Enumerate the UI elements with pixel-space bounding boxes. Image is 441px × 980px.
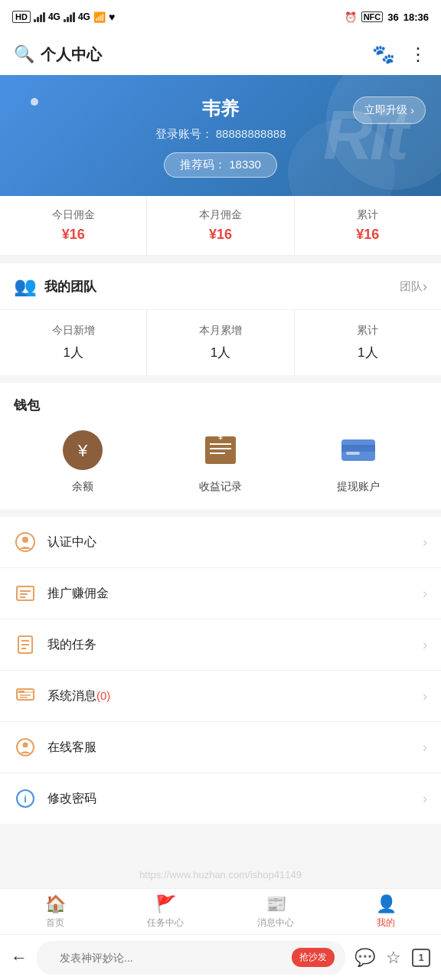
page-title: 个人中心 [41,44,102,65]
signal-bars-4g [34,11,45,22]
bottom-nav: 🏠 首页 🚩 任务中心 📰 消息中心 👤 我的 [0,888,441,934]
promote-arrow-icon: › [423,586,427,602]
header-left[interactable]: 🔍 个人中心 [14,44,102,65]
team-today-value: 1人 [6,344,140,361]
team-total: 累计 1人 [295,310,441,375]
status-right: ⏰ NFC 36 18:36 [345,11,429,23]
nav-messages[interactable]: 📰 消息中心 [220,889,331,934]
team-today: 今日新增 1人 [0,310,147,375]
pet-icon[interactable]: 🐾 [372,44,395,65]
wallet-grid: ¥ 余额 ¥ 收益记录 [14,428,427,501]
4g-label: 4G [48,11,60,22]
team-icon: 👥 [14,276,37,297]
quick-post-button[interactable]: 抢沙发 [292,948,335,967]
team-link[interactable]: 团队 › [400,279,427,295]
back-button[interactable]: ← [11,948,28,968]
team-month: 本月累增 1人 [147,310,294,375]
home-icon: 🏠 [45,894,66,914]
more-icon[interactable]: ⋮ [409,44,427,65]
menu-item-certification[interactable]: 认证中心 › [0,517,441,568]
referral-badge: 推荐码： 18330 [164,152,277,178]
password-icon: i [14,787,37,810]
menu-item-tasks[interactable]: 我的任务 › [0,619,441,671]
star-icon[interactable]: ☆ [386,948,401,968]
stat-total-value: ¥16 [301,227,435,243]
certification-text: 认证中心 [47,534,423,550]
messages-nav-icon: 📰 [266,894,286,914]
team-total-label: 累计 [301,324,435,338]
menu-item-messages[interactable]: 系统消息(0) › [0,671,441,722]
upgrade-button[interactable]: 立即升级 › [353,96,426,124]
team-title-text: 我的团队 [44,278,96,296]
wallet-title: 钱包 [14,397,427,414]
bottom-actions: 💬 ☆ 1 [354,948,430,968]
alarm-icon: ⏰ [345,11,357,23]
svg-rect-8 [341,446,375,452]
support-text: 在线客服 [47,740,423,756]
certification-icon [14,531,37,554]
team-link-text: 团队 [400,279,423,294]
wallet-section: 钱包 ¥ 余额 ¥ [0,383,441,509]
status-bar: HD 4G 4G 📶 ♥ ⏰ NFC 36 18:36 [0,0,441,34]
nav-home[interactable]: 🏠 首页 [0,889,110,934]
account-label: 登录账号： [155,127,213,140]
4g-label2: 4G [78,11,90,22]
team-month-value: 1人 [153,344,287,361]
menu-item-password[interactable]: i 修改密码 › [0,773,441,824]
account-number: 88888888888 [216,127,286,140]
svg-text:i: i [24,793,27,805]
nav-my[interactable]: 👤 我的 [331,889,441,934]
tasks-text: 我的任务 [47,637,423,653]
header-actions: 🐾 ⋮ [372,44,427,65]
bottom-comment-bar: ← 抢沙发 💬 ☆ 1 [0,934,441,980]
withdraw-icon [336,428,381,472]
nav-messages-label: 消息中心 [257,916,294,929]
svg-point-12 [22,537,28,543]
messages-badge: (0) [96,689,110,702]
battery-percent: 36 [387,11,398,23]
team-arrow-icon: › [423,279,427,295]
tasks-icon [14,633,37,656]
wallet-balance[interactable]: ¥ 余额 [44,428,121,494]
health-icon: ♥ [109,11,115,23]
messages-icon [14,684,37,707]
hero-decoration: Rit [288,75,441,196]
nav-tasks-label: 任务中心 [147,916,184,929]
svg-rect-9 [346,452,360,455]
status-left: HD 4G 4G 📶 ♥ [12,11,115,23]
wallet-earnings[interactable]: ¥ 收益记录 [182,428,259,494]
hero-banner: 韦养 登录账号： 88888888888 推荐码： 18330 立即升级 › R… [0,75,441,196]
upgrade-arrow-icon: › [410,104,414,116]
balance-icon: ¥ [60,428,105,472]
nav-tasks[interactable]: 🚩 任务中心 [110,889,220,934]
nav-my-label: 我的 [377,916,395,929]
team-today-label: 今日新增 [6,324,140,338]
comment-input[interactable] [47,946,286,970]
menu-item-promote[interactable]: 推广赚佣金 › [0,568,441,619]
menu-item-support[interactable]: 在线客服 › [0,722,441,773]
signal-bars-4g2 [64,11,75,22]
referral-code: 18330 [229,158,261,171]
square-icon[interactable]: 1 [412,949,430,967]
upgrade-label: 立即升级 [364,103,407,117]
team-section: 👥 我的团队 团队 › 今日新增 1人 本月累增 1人 累计 1人 [0,263,441,375]
wallet-withdraw[interactable]: 提现账户 [320,428,397,494]
balance-label: 余额 [72,480,93,494]
svg-text:¥: ¥ [77,441,88,460]
earnings-label: 收益记录 [199,480,242,494]
comment-bubble-icon[interactable]: 💬 [354,948,375,968]
support-arrow-icon: › [423,740,427,756]
time-display: 18:36 [403,11,429,23]
earnings-icon: ¥ [198,428,243,472]
svg-text:¥: ¥ [218,432,224,441]
nav-home-label: 首页 [46,916,64,929]
search-icon[interactable]: 🔍 [14,44,34,64]
password-arrow-icon: › [423,791,427,807]
commission-stats: 今日佣金 ¥16 本月佣金 ¥16 累计 ¥16 [0,196,441,256]
stat-total-label: 累计 [301,208,435,222]
stat-total-commission: 累计 ¥16 [295,196,441,255]
stat-today-commission: 今日佣金 ¥16 [0,196,147,255]
messages-text: 系统消息(0) [47,688,423,704]
support-icon [14,736,37,759]
stat-today-value: ¥16 [6,227,140,243]
